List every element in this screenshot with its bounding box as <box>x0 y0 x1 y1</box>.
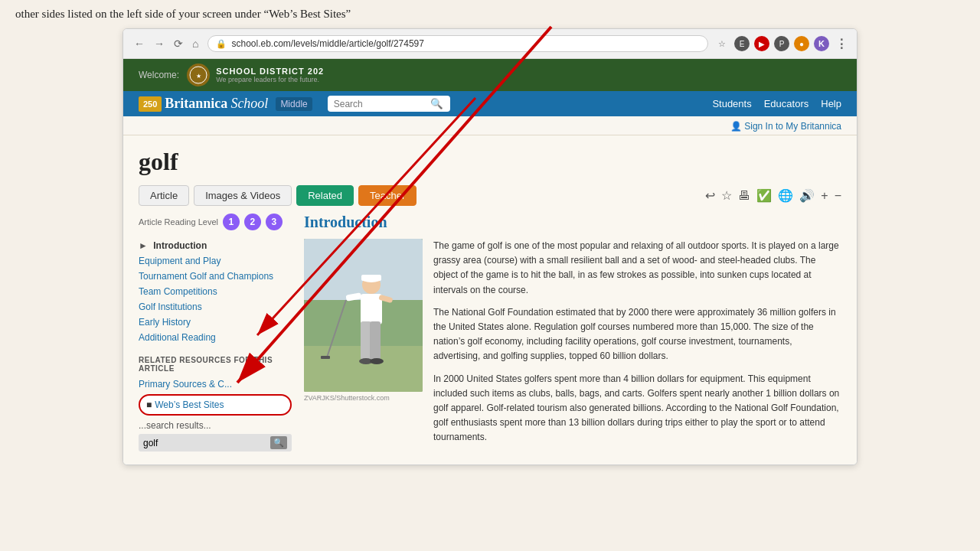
svg-rect-4 <box>304 239 423 300</box>
article-title: golf <box>139 148 841 176</box>
user-avatar[interactable]: K <box>814 36 829 51</box>
browser-icons: ☆ E ▶ P ● K ⋮ <box>714 36 849 51</box>
sidebar: Article Reading Level 1 2 3 ► Introducti… <box>139 214 292 452</box>
lock-icon: 🔒 <box>216 39 227 49</box>
article-para-1: The game of golf is one of the most popu… <box>433 239 841 298</box>
browser-window: ← → ⟳ ⌂ 🔒 school.eb.com/levels/middle/ar… <box>122 28 858 465</box>
svg-rect-8 <box>361 294 382 324</box>
level-3-badge[interactable]: 3 <box>266 214 283 230</box>
sidebar-nav-link[interactable]: Equipment and Play <box>139 256 220 266</box>
sidebar-nav-equipment[interactable]: Equipment and Play <box>139 253 292 269</box>
ext-icon-1[interactable]: E <box>734 36 750 51</box>
menu-icon[interactable]: ⋮ <box>834 36 849 51</box>
district-info: SCHOOL DISTRICT 202 We prepare leaders f… <box>216 67 324 83</box>
ext-icon-4[interactable]: ● <box>794 36 809 51</box>
svg-rect-10 <box>370 321 381 360</box>
logo-badge: 250 <box>139 96 162 112</box>
sidebar-nav-link[interactable]: Additional Reading <box>139 332 216 343</box>
sidebar-nav-tournament[interactable]: Tournament Golf and Champions <box>139 269 292 284</box>
nav-students[interactable]: Students <box>712 98 751 109</box>
related-resources-title: RELATED RESOURCES FOR THIS ARTICLE <box>139 356 292 373</box>
bookmark-star-icon[interactable]: ☆ <box>721 188 732 203</box>
star-icon[interactable]: ☆ <box>714 36 730 51</box>
audio-icon[interactable]: 🔊 <box>799 188 815 203</box>
sidebar-nav-link[interactable]: Team Competitions <box>139 286 217 297</box>
article-image <box>304 239 423 392</box>
article-content: Introduction <box>304 214 841 452</box>
print-icon[interactable]: 🖶 <box>738 189 750 203</box>
article-para-2: The National Golf Foundation estimated t… <box>433 305 841 364</box>
district-subtitle: We prepare leaders for the future. <box>216 76 324 83</box>
nav-educators[interactable]: Educators <box>764 98 809 109</box>
nav-help[interactable]: Help <box>821 98 841 109</box>
main-content: golf Article Images & Videos Related Tea… <box>123 135 857 465</box>
section-title: Introduction <box>304 214 841 231</box>
bookmark-icon: ■ <box>146 399 152 410</box>
globe-icon[interactable]: 🌐 <box>778 188 793 203</box>
sidebar-nav-team[interactable]: Team Competitions <box>139 284 292 299</box>
sidebar-search[interactable]: golf 🔍 <box>139 434 292 452</box>
article-image-wrap: ZVARJKS/Shutterstock.com <box>304 239 423 452</box>
arrow-icon: ► <box>139 240 148 251</box>
tab-related[interactable]: Related <box>296 185 354 206</box>
zoom-out-icon[interactable]: − <box>835 189 841 203</box>
sidebar-nav: ► Introduction Equipment and Play Tourna… <box>139 238 292 345</box>
district-logo: ★ <box>187 64 210 86</box>
site-header-top: Welcome: ★ SCHOOL DISTRICT 202 We prepar… <box>123 59 857 91</box>
image-credit: ZVARJKS/Shutterstock.com <box>304 394 423 402</box>
sidebar-nav-link[interactable]: Tournament Golf and Champions <box>139 271 273 282</box>
article-paragraphs: The game of golf is one of the most popu… <box>433 239 841 452</box>
content-layout: Article Reading Level 1 2 3 ► Introducti… <box>139 214 841 452</box>
nav-links: Students Educators Help <box>712 98 841 109</box>
level-1-badge[interactable]: 1 <box>223 214 240 230</box>
search-input[interactable] <box>334 99 426 109</box>
url-text: school.eb.com/levels/middle/article/golf… <box>231 38 700 49</box>
svg-point-16 <box>370 358 384 364</box>
back-button[interactable]: ← <box>131 36 148 51</box>
forward-button[interactable]: → <box>151 36 168 51</box>
logo-britannica: Britannica <box>165 96 227 112</box>
sidebar-nav-institutions[interactable]: Golf Institutions <box>139 299 292 315</box>
tab-teacher[interactable]: Teacher <box>358 185 416 206</box>
logo-school: School <box>230 96 268 112</box>
reading-level-label: Article Reading Level <box>139 217 218 227</box>
zoom-in-icon[interactable]: + <box>821 189 828 203</box>
sidebar-nav-reading[interactable]: Additional Reading <box>139 330 292 345</box>
logo-level: Middle <box>276 97 312 111</box>
search-box[interactable]: 🔍 <box>328 96 450 112</box>
webs-best-sites-item[interactable]: ■ Web’s Best Sites <box>139 394 292 416</box>
ext-icon-2[interactable]: ▶ <box>754 36 769 51</box>
sidebar-search-input[interactable]: golf <box>143 438 267 448</box>
site-nav: 250 Britannica School Middle 🔍 Students … <box>123 91 857 116</box>
search-results-label: ...search results... <box>139 420 292 431</box>
check-icon[interactable]: ✅ <box>756 188 772 203</box>
svg-rect-9 <box>361 321 371 360</box>
refresh-button[interactable]: ⟳ <box>171 36 186 51</box>
sign-in-link[interactable]: 👤 Sign In to My Britannica <box>730 121 841 132</box>
instruction-text: other sides listed on the left side of y… <box>15 8 597 21</box>
sidebar-nav-link[interactable]: Early History <box>139 317 191 328</box>
tabs-row: Article Images & Videos Related Teacher … <box>139 185 841 206</box>
related-resources: RELATED RESOURCES FOR THIS ARTICLE Prima… <box>139 356 292 452</box>
sidebar-nav-link[interactable]: Golf Institutions <box>139 302 202 312</box>
welcome-label: Welcome: <box>139 70 179 80</box>
sidebar-nav-history[interactable]: Early History <box>139 315 292 330</box>
primary-sources-link[interactable]: Primary Sources & C... <box>139 377 292 391</box>
article-para-3: In 2000 United States golfers spent more… <box>433 372 841 445</box>
ext-icon-3[interactable]: P <box>774 36 789 51</box>
nav-buttons: ← → ⟳ ⌂ <box>131 36 201 51</box>
tab-images[interactable]: Images & Videos <box>194 185 292 206</box>
svg-rect-7 <box>361 275 381 281</box>
share-icon[interactable]: ↩ <box>705 188 715 203</box>
sidebar-nav-introduction[interactable]: ► Introduction <box>139 238 292 253</box>
sidebar-nav-link[interactable]: Introduction <box>153 240 207 251</box>
address-bar[interactable]: 🔒 school.eb.com/levels/middle/article/go… <box>207 35 708 52</box>
sidebar-search-button[interactable]: 🔍 <box>270 436 287 449</box>
level-2-badge[interactable]: 2 <box>244 214 261 230</box>
home-button[interactable]: ⌂ <box>189 36 201 51</box>
search-button[interactable]: 🔍 <box>430 98 443 109</box>
tab-article[interactable]: Article <box>139 185 189 206</box>
svg-rect-14 <box>321 356 330 359</box>
article-body-row: ZVARJKS/Shutterstock.com The game of gol… <box>304 239 841 452</box>
reading-level-row: Article Reading Level 1 2 3 <box>139 214 292 230</box>
